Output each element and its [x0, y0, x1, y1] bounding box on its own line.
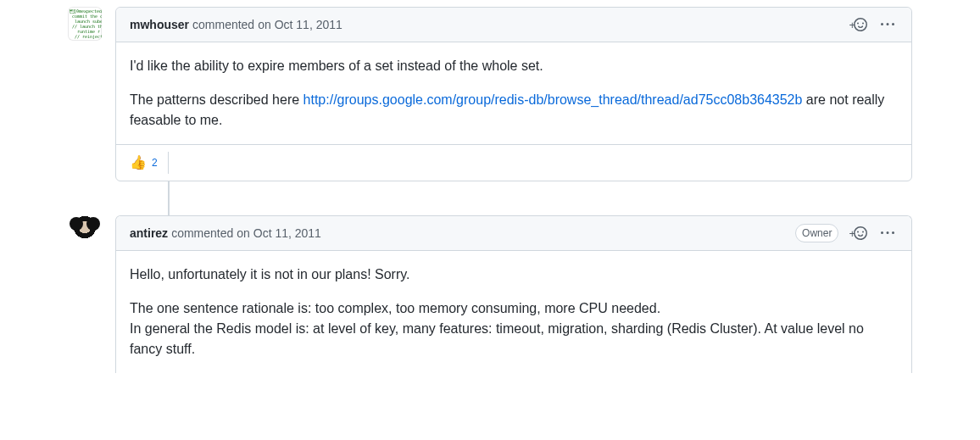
body-paragraph: I'd like the ability to expire members o… — [130, 56, 898, 76]
comment-block: [0mexpected commit the chan launch sube… — [68, 7, 912, 195]
avatar[interactable]: [0mexpected commit the chan launch sube… — [68, 7, 102, 41]
timestamp-link[interactable]: on Oct 11, 2011 — [237, 226, 321, 240]
smiley-icon — [854, 226, 867, 240]
kebab-icon — [881, 226, 894, 240]
kebab-icon — [881, 18, 894, 31]
text: The one sentence rationale is: too compl… — [130, 301, 660, 315]
reaction-count: 2 — [152, 157, 158, 169]
kebab-menu-button[interactable] — [877, 223, 898, 243]
body-paragraph: The one sentence rationale is: too compl… — [130, 298, 898, 359]
reactions-bar: 👍 2 — [116, 144, 911, 181]
issue-thread: [0mexpected commit the chan launch sube… — [0, 0, 980, 373]
timestamp-link[interactable]: on Oct 11, 2011 — [258, 18, 342, 31]
author-link[interactable]: mwhouser — [130, 18, 189, 31]
comment-block: antirez commented on Oct 11, 2011 Owner … — [68, 215, 912, 373]
smiley-icon — [854, 18, 867, 31]
kebab-menu-button[interactable] — [877, 14, 898, 35]
body-paragraph: The patterns described here http://group… — [130, 90, 898, 131]
body-paragraph: Hello, unfortunately it is not in our pl… — [130, 265, 898, 285]
comment-header: antirez commented on Oct 11, 2011 Owner … — [116, 216, 911, 251]
comment-body: I'd like the ability to expire members o… — [116, 42, 911, 144]
external-link[interactable]: http://groups.google.com/group/redis-db/… — [303, 92, 803, 107]
author-link[interactable]: antirez — [130, 226, 168, 240]
thumbs-up-icon: 👍 — [130, 156, 147, 170]
owner-badge: Owner — [795, 224, 838, 242]
comment: mwhouser commented on Oct 11, 2011 + I'd… — [115, 7, 912, 181]
commented-label: commented — [171, 226, 233, 240]
add-reaction-button[interactable]: + — [845, 14, 871, 35]
comment-body: Hello, unfortunately it is not in our pl… — [116, 251, 911, 373]
timeline-connector — [68, 195, 912, 215]
avatar[interactable] — [68, 215, 102, 249]
reaction-thumbs-up[interactable]: 👍 2 — [116, 152, 169, 174]
text: The patterns described here — [130, 92, 303, 107]
text: In general the Redis model is: at level … — [130, 321, 864, 356]
commented-label: commented — [192, 18, 254, 31]
add-reaction-button[interactable]: + — [845, 223, 871, 243]
comment-header: mwhouser commented on Oct 11, 2011 + — [116, 8, 911, 42]
comment: antirez commented on Oct 11, 2011 Owner … — [115, 215, 912, 373]
